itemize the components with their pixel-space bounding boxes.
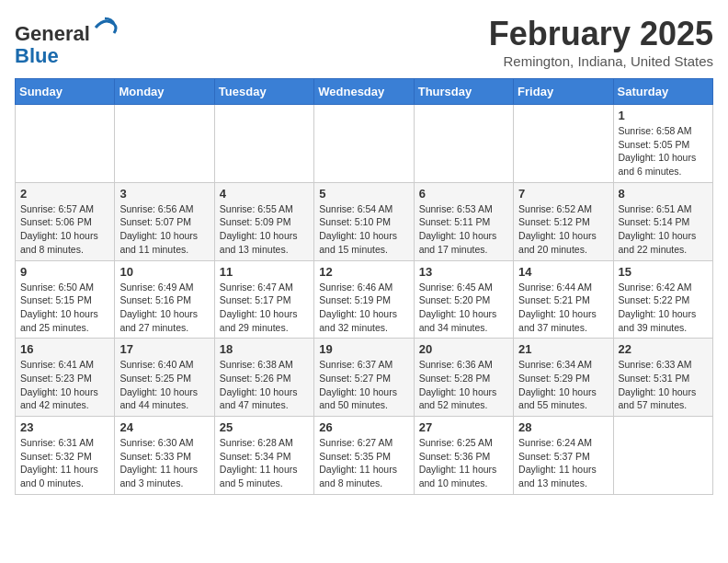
- calendar-body: 1Sunrise: 6:58 AM Sunset: 5:05 PM Daylig…: [16, 105, 713, 495]
- day-number: 21: [518, 342, 608, 356]
- day-number: 22: [619, 342, 708, 356]
- header-day-sunday: Sunday: [16, 79, 115, 105]
- day-number: 2: [20, 187, 109, 201]
- calendar-cell: 2Sunrise: 6:57 AM Sunset: 5:06 PM Daylig…: [16, 182, 115, 260]
- calendar-cell: 28Sunrise: 6:24 AM Sunset: 5:37 PM Dayli…: [514, 417, 613, 495]
- day-number: 4: [220, 187, 309, 201]
- day-number: 13: [419, 265, 508, 279]
- month-title: February 2025: [489, 15, 713, 53]
- calendar-cell: 8Sunrise: 6:51 AM Sunset: 5:14 PM Daylig…: [613, 182, 712, 260]
- header-day-friday: Friday: [514, 79, 613, 105]
- header-day-thursday: Thursday: [414, 79, 513, 105]
- calendar-cell: 15Sunrise: 6:42 AM Sunset: 5:22 PM Dayli…: [613, 260, 712, 339]
- day-number: 11: [220, 265, 309, 279]
- calendar-cell: 17Sunrise: 6:40 AM Sunset: 5:25 PM Dayli…: [115, 339, 214, 417]
- calendar-cell: [314, 105, 414, 183]
- calendar-cell: 18Sunrise: 6:38 AM Sunset: 5:26 PM Dayli…: [214, 339, 313, 417]
- day-info: Sunrise: 6:47 AM Sunset: 5:17 PM Dayligh…: [220, 281, 309, 335]
- calendar-week-row: 16Sunrise: 6:41 AM Sunset: 5:23 PM Dayli…: [16, 339, 713, 417]
- calendar-cell: 13Sunrise: 6:45 AM Sunset: 5:20 PM Dayli…: [414, 260, 513, 339]
- day-number: 20: [419, 342, 508, 356]
- calendar-cell: 4Sunrise: 6:55 AM Sunset: 5:09 PM Daylig…: [214, 182, 313, 260]
- logo-blue-text: Blue: [15, 44, 59, 67]
- day-number: 7: [518, 187, 608, 201]
- day-info: Sunrise: 6:44 AM Sunset: 5:21 PM Dayligh…: [518, 281, 608, 335]
- day-info: Sunrise: 6:52 AM Sunset: 5:12 PM Dayligh…: [518, 202, 608, 257]
- header-row: SundayMondayTuesdayWednesdayThursdayFrid…: [16, 79, 713, 105]
- logo-general-text: General: [15, 22, 90, 45]
- day-number: 6: [419, 187, 508, 201]
- day-number: 16: [20, 342, 109, 356]
- calendar-cell: [414, 105, 513, 183]
- day-number: 25: [220, 420, 309, 434]
- day-number: 3: [119, 187, 209, 201]
- day-number: 28: [518, 420, 608, 434]
- calendar-cell: 3Sunrise: 6:56 AM Sunset: 5:07 PM Daylig…: [115, 182, 214, 260]
- day-info: Sunrise: 6:37 AM Sunset: 5:27 PM Dayligh…: [319, 358, 408, 412]
- day-info: Sunrise: 6:41 AM Sunset: 5:23 PM Dayligh…: [20, 358, 109, 412]
- calendar-cell: 12Sunrise: 6:46 AM Sunset: 5:19 PM Dayli…: [314, 260, 414, 339]
- day-info: Sunrise: 6:31 AM Sunset: 5:32 PM Dayligh…: [20, 436, 109, 490]
- header-day-monday: Monday: [115, 79, 214, 105]
- calendar-cell: [214, 105, 313, 183]
- day-info: Sunrise: 6:49 AM Sunset: 5:16 PM Dayligh…: [119, 281, 209, 335]
- day-number: 24: [119, 420, 209, 434]
- day-info: Sunrise: 6:33 AM Sunset: 5:31 PM Dayligh…: [619, 358, 708, 412]
- day-info: Sunrise: 6:57 AM Sunset: 5:06 PM Dayligh…: [20, 202, 109, 257]
- calendar-cell: 14Sunrise: 6:44 AM Sunset: 5:21 PM Dayli…: [514, 260, 613, 339]
- day-number: 23: [20, 420, 109, 434]
- day-info: Sunrise: 6:36 AM Sunset: 5:28 PM Dayligh…: [419, 358, 508, 412]
- day-number: 18: [220, 342, 309, 356]
- header-day-saturday: Saturday: [613, 79, 712, 105]
- day-info: Sunrise: 6:38 AM Sunset: 5:26 PM Dayligh…: [220, 358, 309, 412]
- calendar-week-row: 1Sunrise: 6:58 AM Sunset: 5:05 PM Daylig…: [16, 105, 713, 183]
- day-number: 26: [319, 420, 408, 434]
- day-info: Sunrise: 6:34 AM Sunset: 5:29 PM Dayligh…: [518, 358, 608, 412]
- calendar-cell: 20Sunrise: 6:36 AM Sunset: 5:28 PM Dayli…: [414, 339, 513, 417]
- day-info: Sunrise: 6:25 AM Sunset: 5:36 PM Dayligh…: [419, 436, 508, 490]
- day-info: Sunrise: 6:24 AM Sunset: 5:37 PM Dayligh…: [518, 436, 608, 490]
- day-info: Sunrise: 6:54 AM Sunset: 5:10 PM Dayligh…: [319, 202, 408, 257]
- day-info: Sunrise: 6:46 AM Sunset: 5:19 PM Dayligh…: [319, 281, 408, 335]
- header-day-tuesday: Tuesday: [214, 79, 313, 105]
- calendar-cell: [115, 105, 214, 183]
- calendar-cell: 10Sunrise: 6:49 AM Sunset: 5:16 PM Dayli…: [115, 260, 214, 339]
- day-number: 15: [619, 265, 708, 279]
- calendar-cell: 11Sunrise: 6:47 AM Sunset: 5:17 PM Dayli…: [214, 260, 313, 339]
- logo: General Blue: [15, 15, 118, 67]
- day-number: 8: [619, 187, 708, 201]
- day-info: Sunrise: 6:51 AM Sunset: 5:14 PM Dayligh…: [619, 202, 708, 257]
- day-number: 10: [119, 265, 209, 279]
- calendar-cell: [16, 105, 115, 183]
- day-number: 19: [319, 342, 408, 356]
- day-info: Sunrise: 6:28 AM Sunset: 5:34 PM Dayligh…: [220, 436, 309, 490]
- title-block: February 2025 Remington, Indiana, United…: [489, 15, 713, 69]
- calendar-week-row: 2Sunrise: 6:57 AM Sunset: 5:06 PM Daylig…: [16, 182, 713, 260]
- calendar-cell: 22Sunrise: 6:33 AM Sunset: 5:31 PM Dayli…: [613, 339, 712, 417]
- calendar-cell: 7Sunrise: 6:52 AM Sunset: 5:12 PM Daylig…: [514, 182, 613, 260]
- day-number: 9: [20, 265, 109, 279]
- day-info: Sunrise: 6:42 AM Sunset: 5:22 PM Dayligh…: [619, 281, 708, 335]
- day-number: 5: [319, 187, 408, 201]
- day-number: 1: [619, 109, 708, 122]
- day-info: Sunrise: 6:55 AM Sunset: 5:09 PM Dayligh…: [220, 202, 309, 257]
- calendar-cell: 24Sunrise: 6:30 AM Sunset: 5:33 PM Dayli…: [115, 417, 214, 495]
- calendar-week-row: 23Sunrise: 6:31 AM Sunset: 5:32 PM Dayli…: [16, 417, 713, 495]
- day-number: 27: [419, 420, 508, 434]
- calendar-cell: 25Sunrise: 6:28 AM Sunset: 5:34 PM Dayli…: [214, 417, 313, 495]
- header-day-wednesday: Wednesday: [314, 79, 414, 105]
- location: Remington, Indiana, United States: [489, 53, 713, 69]
- day-info: Sunrise: 6:58 AM Sunset: 5:05 PM Dayligh…: [619, 124, 708, 178]
- day-info: Sunrise: 6:50 AM Sunset: 5:15 PM Dayligh…: [20, 281, 109, 335]
- calendar-cell: 9Sunrise: 6:50 AM Sunset: 5:15 PM Daylig…: [16, 260, 115, 339]
- day-info: Sunrise: 6:56 AM Sunset: 5:07 PM Dayligh…: [119, 202, 209, 257]
- calendar-cell: 1Sunrise: 6:58 AM Sunset: 5:05 PM Daylig…: [613, 105, 712, 183]
- logo-icon: [92, 15, 118, 40]
- day-number: 17: [119, 342, 209, 356]
- calendar-header: SundayMondayTuesdayWednesdayThursdayFrid…: [16, 79, 713, 105]
- day-info: Sunrise: 6:40 AM Sunset: 5:25 PM Dayligh…: [119, 358, 209, 412]
- day-info: Sunrise: 6:45 AM Sunset: 5:20 PM Dayligh…: [419, 281, 508, 335]
- calendar-week-row: 9Sunrise: 6:50 AM Sunset: 5:15 PM Daylig…: [16, 260, 713, 339]
- page-header: General Blue February 2025 Remington, In…: [15, 15, 713, 69]
- calendar-cell: 19Sunrise: 6:37 AM Sunset: 5:27 PM Dayli…: [314, 339, 414, 417]
